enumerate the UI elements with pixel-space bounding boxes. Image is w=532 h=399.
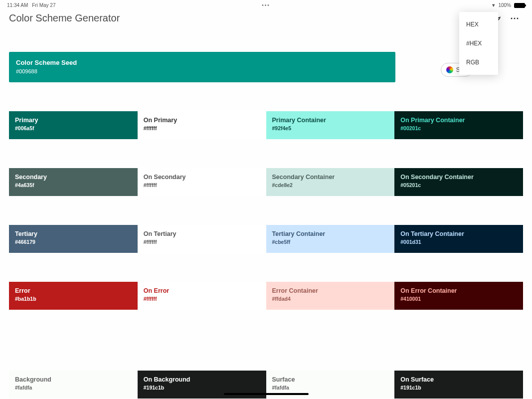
color-row-primary: Primary #006a5f On Primary #ffffff Prima… <box>9 111 523 139</box>
format-menu: HEX #HEX RGB <box>459 12 498 75</box>
swatch-hex: #fafdfa <box>272 385 389 391</box>
swatch-name: On Surface <box>400 376 517 383</box>
swatch-hex: #466179 <box>15 239 132 245</box>
swatch-on-primary-container[interactable]: On Primary Container #00201c <box>394 111 523 139</box>
swatch-name: Secondary <box>15 174 132 181</box>
palette-icon <box>446 66 453 73</box>
swatch-hex: #001d31 <box>400 239 517 245</box>
swatch-name: On Secondary Container <box>400 174 517 181</box>
swatch-hex: #410001 <box>400 296 517 302</box>
swatch-hex: #ba1b1b <box>15 296 132 302</box>
swatch-name: On Background <box>144 376 260 383</box>
swatch-hex: #ffffff <box>144 125 260 131</box>
swatch-background[interactable]: Background #fafdfa <box>9 371 138 399</box>
swatch-tertiary[interactable]: Tertiary #466179 <box>9 225 138 253</box>
swatch-primary-container[interactable]: Primary Container #92f4e5 <box>266 111 395 139</box>
swatch-error[interactable]: Error #ba1b1b <box>9 282 138 310</box>
home-indicator <box>224 393 309 395</box>
swatch-error-container[interactable]: Error Container #ffdad4 <box>266 282 395 310</box>
swatch-on-secondary[interactable]: On Secondary #ffffff <box>138 168 266 196</box>
status-center-dots: ••• <box>262 2 270 8</box>
swatch-hex: #191c1b <box>144 385 260 391</box>
swatch-hex: #fafdfa <box>15 385 132 391</box>
swatch-secondary-container[interactable]: Secondary Container #cde8e2 <box>266 168 395 196</box>
swatch-hex: #ffffff <box>144 182 260 188</box>
color-row-tertiary: Tertiary #466179 On Tertiary #ffffff Ter… <box>9 225 523 253</box>
swatch-hex: #4a635f <box>15 182 132 188</box>
color-row-error: Error #ba1b1b On Error #ffffff Error Con… <box>9 282 523 310</box>
swatch-name: On Primary Container <box>400 117 517 124</box>
swatch-name: Background <box>15 376 132 383</box>
swatch-hex: #cde8e2 <box>272 182 389 188</box>
swatch-hex: #92f4e5 <box>272 125 389 131</box>
header: Color Scheme Generator ⋯ <box>0 9 532 24</box>
status-time: 11:34 AM <box>7 2 28 8</box>
battery-icon <box>514 3 525 8</box>
battery-percent: 100% <box>498 2 511 8</box>
swatch-name: On Tertiary <box>144 230 260 237</box>
swatch-name: Tertiary Container <box>272 230 389 237</box>
format-option-hashhex[interactable]: #HEX <box>459 34 498 53</box>
swatch-secondary[interactable]: Secondary #4a635f <box>9 168 138 196</box>
page-title: Color Scheme Generator <box>9 12 120 24</box>
swatch-on-tertiary[interactable]: On Tertiary #ffffff <box>138 225 266 253</box>
swatch-name: Error Container <box>272 287 389 294</box>
swatch-on-secondary-container[interactable]: On Secondary Container #05201c <box>394 168 523 196</box>
swatch-on-error[interactable]: On Error #ffffff <box>138 282 266 310</box>
swatch-name: Secondary Container <box>272 174 389 181</box>
color-row-secondary: Secondary #4a635f On Secondary #ffffff S… <box>9 168 523 196</box>
swatch-name: Tertiary <box>15 230 132 237</box>
swatch-name: Primary Container <box>272 117 389 124</box>
swatch-name: Surface <box>272 376 389 383</box>
status-bar: 11:34 AM Fri May 27 ••• ▾ 100% <box>0 0 532 9</box>
swatch-name: On Secondary <box>144 174 260 181</box>
format-option-rgb[interactable]: RGB <box>459 53 498 72</box>
swatch-name: On Tertiary Container <box>400 230 517 237</box>
swatch-on-primary[interactable]: On Primary #ffffff <box>138 111 266 139</box>
swatch-name: On Error Container <box>400 287 517 294</box>
swatch-on-surface[interactable]: On Surface #191c1b <box>394 371 523 399</box>
swatch-hex: #ffffff <box>144 239 260 245</box>
swatch-tertiary-container[interactable]: Tertiary Container #cbe5ff <box>266 225 395 253</box>
swatch-hex: #ffffff <box>144 296 260 302</box>
swatch-name: On Primary <box>144 117 260 124</box>
swatch-name: Primary <box>15 117 132 124</box>
status-date: Fri May 27 <box>32 2 55 8</box>
swatch-hex: #191c1b <box>400 385 517 391</box>
swatch-hex: #cbe5ff <box>272 239 389 245</box>
swatch-hex: #006a5f <box>15 125 132 131</box>
seed-label: Color Scheme Seed <box>16 59 388 66</box>
swatch-on-tertiary-container[interactable]: On Tertiary Container #001d31 <box>394 225 523 253</box>
more-icon[interactable]: ⋯ <box>510 12 520 23</box>
format-option-hex[interactable]: HEX <box>459 15 498 34</box>
seed-hex: #009688 <box>16 68 388 74</box>
swatch-hex: #ffdad4 <box>272 296 389 302</box>
seed-swatch[interactable]: Color Scheme Seed #009688 <box>9 52 395 82</box>
swatch-name: On Error <box>144 287 260 294</box>
swatch-name: Error <box>15 287 132 294</box>
swatch-hex: #05201c <box>400 182 517 188</box>
swatch-primary[interactable]: Primary #006a5f <box>9 111 138 139</box>
wifi-icon: ▾ <box>492 2 495 8</box>
swatch-on-error-container[interactable]: On Error Container #410001 <box>394 282 523 310</box>
swatch-hex: #00201c <box>400 125 517 131</box>
